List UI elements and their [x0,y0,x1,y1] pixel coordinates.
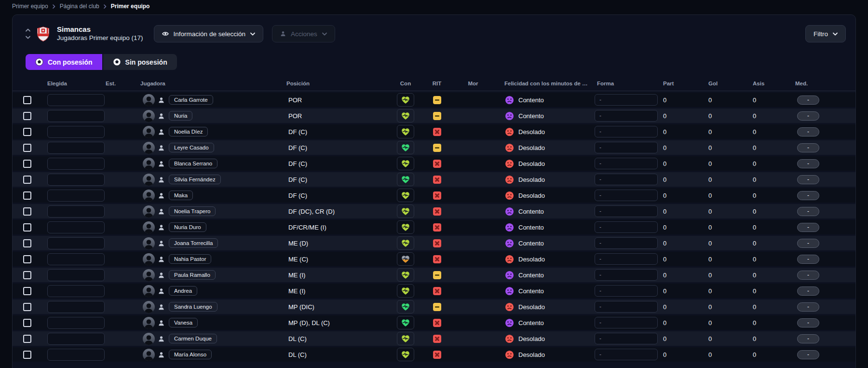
col-header-forma[interactable]: Forma [591,76,660,91]
elegida-field[interactable] [47,158,105,170]
col-header-gol[interactable]: Gol [705,76,748,91]
condition-heart-icon[interactable] [397,284,414,298]
player-name-chip[interactable]: Noelia Trapero [169,206,216,216]
player-bust-icon[interactable] [158,240,164,246]
player-name-chip[interactable]: Blanca Serrano [169,159,217,168]
condition-heart-icon[interactable] [397,109,414,123]
avg-rating-pill[interactable]: - [797,334,819,343]
forma-field[interactable]: - [595,221,658,233]
forma-field[interactable]: - [595,190,658,201]
elegida-field[interactable] [47,221,105,233]
elegida-field[interactable] [47,205,105,218]
condition-heart-icon[interactable] [397,189,414,202]
avg-rating-pill[interactable]: - [797,271,819,280]
player-bust-icon[interactable] [158,113,164,119]
avg-rating-pill[interactable]: - [797,143,819,152]
col-header-part[interactable]: Part [660,76,705,91]
player-avatar[interactable] [143,253,155,265]
condition-heart-icon[interactable] [397,93,414,107]
forma-field[interactable]: - [595,253,658,265]
player-name-chip[interactable]: Carmen Duque [169,334,217,343]
condition-heart-icon[interactable] [397,125,414,138]
col-header-posicion[interactable]: Posición [284,76,391,91]
condition-heart-icon[interactable] [397,157,414,170]
player-bust-icon[interactable] [158,320,164,326]
forma-field[interactable]: - [595,110,658,122]
player-bust-icon[interactable] [158,192,164,199]
player-name-chip[interactable]: María Alonso [169,350,212,359]
forma-field[interactable]: - [595,237,658,249]
col-header-rit[interactable]: RIT [420,76,454,91]
player-bust-icon[interactable] [158,129,164,135]
row-checkbox[interactable] [23,303,31,311]
row-checkbox[interactable] [23,271,31,279]
elegida-field[interactable] [47,333,105,345]
condition-heart-icon[interactable] [397,220,414,234]
tab-without-possession[interactable]: Sin posesión [103,54,177,70]
player-name-chip[interactable]: Andrea [169,286,197,296]
row-checkbox[interactable] [23,335,31,343]
row-checkbox[interactable] [23,207,31,216]
player-name-chip[interactable]: Joana Torrecilla [169,238,218,248]
breadcrumb-item-club-page[interactable]: Página del club [60,3,99,10]
player-bust-icon[interactable] [158,272,164,278]
elegida-field[interactable] [47,301,105,313]
forma-field[interactable]: - [595,349,658,360]
avg-rating-pill[interactable]: - [797,191,819,200]
forma-field[interactable]: - [595,158,658,169]
col-header-mor[interactable]: Mor [454,76,492,91]
avg-rating-pill[interactable]: - [797,239,819,248]
col-header-con[interactable]: Con [391,76,420,91]
player-name-chip[interactable]: Nahia Pastor [169,254,211,264]
elegida-field[interactable] [47,237,105,249]
player-bust-icon[interactable] [158,161,164,167]
player-avatar[interactable] [143,110,155,122]
condition-heart-icon[interactable] [397,316,414,329]
player-avatar[interactable] [143,237,155,249]
player-avatar[interactable] [143,174,155,186]
elegida-field[interactable] [47,174,105,186]
tab-with-possession[interactable]: Con posesión [26,54,102,70]
player-avatar[interactable] [143,317,155,329]
player-avatar[interactable] [143,221,155,233]
col-header-elegida[interactable]: Elegida [45,76,105,91]
avg-rating-pill[interactable]: - [797,318,819,327]
row-checkbox[interactable] [23,319,31,327]
avg-rating-pill[interactable]: - [797,159,819,168]
elegida-field[interactable] [47,317,105,329]
forma-field[interactable]: - [595,126,658,137]
forma-field[interactable]: - [595,301,658,313]
avg-rating-pill[interactable]: - [797,175,819,184]
col-header-felicidad[interactable]: Felicidad con los minutos de … [492,76,591,91]
avg-rating-pill[interactable]: - [797,207,819,216]
avg-rating-pill[interactable]: - [797,255,819,264]
row-checkbox[interactable] [23,255,31,263]
avg-rating-pill[interactable]: - [797,95,819,105]
elegida-field[interactable] [47,253,105,265]
col-header-jugadora[interactable]: Jugadora [128,76,284,91]
player-bust-icon[interactable] [158,224,164,231]
elegida-field[interactable] [47,349,105,361]
player-bust-icon[interactable] [158,304,164,310]
player-avatar[interactable] [143,333,155,345]
row-checkbox[interactable] [23,287,31,295]
player-name-chip[interactable]: Noelia Díez [169,127,208,136]
player-name-chip[interactable]: Paula Ramallo [169,270,216,280]
elegida-field[interactable] [47,285,105,297]
player-bust-icon[interactable] [158,145,164,151]
forma-field[interactable]: - [595,142,658,153]
elegida-field[interactable] [47,94,105,106]
row-checkbox[interactable] [23,160,31,168]
forma-field[interactable]: - [595,174,658,185]
row-checkbox[interactable] [23,176,31,184]
player-bust-icon[interactable] [158,352,164,358]
row-checkbox[interactable] [23,112,31,120]
player-name-chip[interactable]: Maka [169,191,193,200]
player-avatar[interactable] [143,301,155,313]
forma-field[interactable]: - [595,285,658,297]
condition-heart-icon[interactable] [397,268,414,282]
avg-rating-pill[interactable]: - [797,286,819,296]
player-avatar[interactable] [143,158,155,170]
forma-field[interactable]: - [595,269,658,281]
condition-heart-icon[interactable] [397,173,414,186]
